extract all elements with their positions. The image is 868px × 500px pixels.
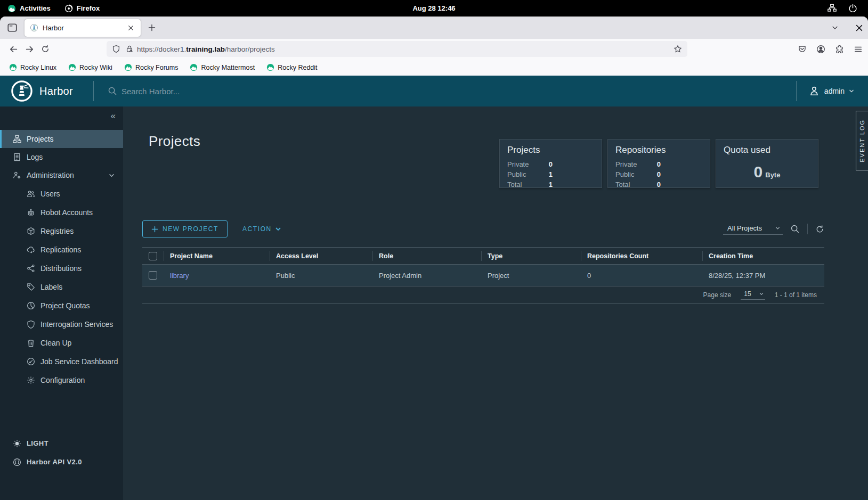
sidebar-item-administration[interactable]: Administration [0, 166, 123, 184]
activities-label: Activities [20, 4, 51, 12]
sidebar-item-logs[interactable]: Logs [0, 148, 123, 166]
card-title: Projects [507, 145, 594, 155]
bookmark-label: Rocky Forums [135, 64, 179, 71]
action-dropdown-button[interactable]: ACTION [242, 225, 281, 233]
column-header-project-name: Project Name [164, 248, 270, 264]
quota-unit: Byte [765, 171, 780, 179]
sidebar-item-configuration[interactable]: Configuration [0, 371, 123, 389]
column-header-creation-time: Creation Time [702, 248, 824, 264]
harbor-app: Harbor admin [0, 76, 868, 500]
project-filter-value: All Projects [727, 224, 762, 232]
sidebar-item-job-service-dashboard[interactable]: Job Service Dashboard [0, 352, 123, 371]
tab-close-icon[interactable] [125, 22, 136, 34]
new-project-button[interactable]: NEW PROJECT [142, 220, 228, 237]
bookmarks-bar: Rocky Linux Rocky Wiki Rocky Forums Rock… [0, 59, 868, 76]
cell-repositories-count: 0 [581, 265, 702, 286]
logs-icon [13, 153, 21, 161]
card-title: Quota used [724, 145, 810, 155]
sidebar-collapse-icon[interactable]: « [111, 111, 116, 121]
administration-icon [13, 171, 21, 179]
network-icon[interactable] [828, 4, 837, 13]
sidebar-item-interrogation-services[interactable]: Interrogation Services [0, 315, 123, 333]
new-tab-button[interactable] [144, 20, 160, 36]
sidebar-item-users[interactable]: Users [0, 184, 123, 203]
clock[interactable]: Aug 28 12:46 [412, 4, 455, 12]
extensions-icon[interactable] [835, 45, 844, 54]
column-header-type: Type [481, 248, 581, 264]
api-link-label: Harbor API V2.0 [27, 458, 82, 466]
interrogation-services-icon [27, 320, 35, 329]
table-toolbar: NEW PROJECT ACTION All Projects [142, 220, 824, 237]
chevron-down-icon [775, 225, 781, 231]
project-link-library[interactable]: library [170, 272, 189, 280]
bookmark-rocky-mattermost[interactable]: Rocky Mattermost [186, 61, 258, 73]
sidebar-item-labels[interactable]: Labels [0, 277, 123, 296]
replications-icon [27, 245, 35, 254]
project-quotas-icon [27, 301, 35, 310]
sidebar-item-projects[interactable]: Projects [0, 130, 123, 148]
url-bar[interactable]: https://docker1.training.lab/harbor/proj… [107, 41, 687, 57]
select-all-checkbox[interactable] [149, 252, 157, 260]
column-header-access-level: Access Level [270, 248, 372, 264]
menu-icon[interactable] [854, 45, 863, 54]
pocket-icon[interactable] [798, 45, 807, 54]
list-tabs-chevron-icon[interactable] [831, 24, 839, 31]
configuration-icon [27, 376, 35, 384]
row-checkbox[interactable] [149, 271, 157, 280]
user-menu[interactable]: admin [808, 85, 868, 97]
bookmark-rocky-wiki[interactable]: Rocky Wiki [64, 61, 116, 73]
page-size-select[interactable]: 15 [741, 290, 765, 300]
url-domain: training.lab [186, 45, 225, 53]
job-service-dashboard-icon [27, 357, 35, 366]
harbor-favicon-icon [30, 23, 38, 32]
page-size-value: 15 [744, 290, 751, 298]
bookmark-rocky-forums[interactable]: Rocky Forums [120, 61, 182, 73]
bookmark-label: Rocky Reddit [278, 64, 317, 71]
sidebar-item-label: Users [40, 190, 60, 198]
power-icon[interactable] [848, 4, 857, 13]
browser-tab-harbor[interactable]: Harbor [25, 19, 141, 37]
refresh-button[interactable] [815, 225, 824, 234]
url-path: /harbor/projects [225, 45, 275, 53]
back-button[interactable] [5, 41, 21, 57]
lock-warning-icon[interactable] [125, 45, 134, 53]
project-filter-select[interactable]: All Projects [723, 223, 783, 235]
sidebar-item-registries[interactable]: Registries [0, 222, 123, 240]
sidebar-item-project-quotas[interactable]: Project Quotas [0, 296, 123, 315]
account-icon[interactable] [816, 45, 825, 54]
activities-button[interactable]: Activities [7, 4, 51, 13]
firefox-app-menu[interactable]: Firefox [64, 4, 100, 13]
sidebar-item-clean-up[interactable]: Clean Up [0, 333, 123, 352]
harbor-search-input[interactable] [121, 87, 441, 96]
reload-button[interactable] [37, 41, 53, 57]
harbor-api-link[interactable]: Harbor API V2.0 [0, 453, 123, 471]
tracking-shield-icon[interactable] [112, 45, 120, 53]
quota-summary-card: Quota used 0Byte [716, 139, 818, 188]
url-text: https://docker1.training.lab/harbor/proj… [137, 45, 674, 53]
theme-toggle-light[interactable]: LIGHT [0, 434, 123, 453]
summary-cards: Projects Private0 Public1 Total1 Reposit… [499, 139, 818, 188]
reload-icon [41, 45, 50, 53]
firefox-view-button[interactable] [4, 20, 20, 36]
rocky-logo-icon [7, 4, 16, 13]
sidebar-item-label: Projects [27, 135, 54, 143]
api-icon [13, 458, 21, 466]
toolbar-divider [807, 224, 808, 234]
window-close-icon[interactable] [856, 24, 863, 31]
table-search-button[interactable] [790, 224, 800, 234]
bookmark-rocky-linux[interactable]: Rocky Linux [5, 61, 60, 73]
sidebar-item-label: Registries [40, 227, 74, 235]
event-log-tab[interactable]: EVENT LOG [856, 111, 868, 170]
sidebar-item-distributions[interactable]: Distributions [0, 259, 123, 277]
forward-button[interactable] [21, 41, 37, 57]
chevron-down-icon [109, 173, 115, 178]
bookmark-rocky-reddit[interactable]: Rocky Reddit [263, 61, 321, 73]
registries-icon [27, 227, 35, 235]
bookmark-star-icon[interactable] [674, 45, 682, 53]
forward-icon [25, 45, 34, 54]
sidebar-item-robot-accounts[interactable]: Robot Accounts [0, 203, 123, 222]
sun-icon [13, 439, 21, 448]
sidebar-item-replications[interactable]: Replications [0, 240, 123, 259]
action-label: ACTION [242, 225, 272, 233]
page-size-label: Page size [703, 291, 732, 299]
